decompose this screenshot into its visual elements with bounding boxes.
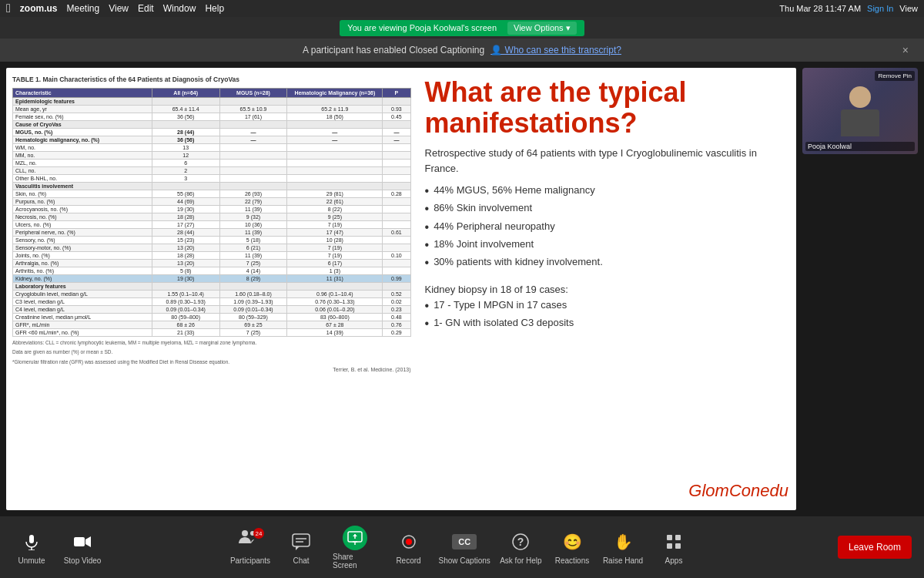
table-cell: 19 (30): [152, 206, 219, 213]
screen-share-text: You are viewing Pooja Koolwal's screen: [347, 23, 497, 32]
table-cell: C4 level, median g/L: [13, 306, 152, 314]
table-cell: 0.09 (0.01–0.34): [219, 306, 287, 314]
kidney-bullet-item: 1- GN with isolated C3 deposits: [425, 316, 788, 331]
ask-for-help-label: Ask for Help: [500, 556, 541, 565]
menu-item-meeting[interactable]: Meeting: [67, 3, 100, 14]
table-cell: Peripheral nerve, no. (%): [13, 229, 152, 237]
th-p: P: [383, 89, 410, 98]
table-cell: 4 (14): [219, 267, 287, 275]
menu-bar:  zoom.us Meeting View Edit Window Help …: [0, 0, 924, 17]
apps-button[interactable]: Apps: [654, 529, 693, 565]
table-cell: 13: [152, 144, 219, 152]
table-cell: [383, 152, 410, 160]
svg-rect-0: [29, 535, 34, 543]
menu-item-help[interactable]: Help: [205, 3, 224, 14]
record-button[interactable]: Record: [390, 529, 428, 565]
sign-in-link[interactable]: Sign In: [867, 4, 893, 13]
table-cell: 11 (39): [219, 206, 287, 213]
speaker-label: Pooja Koolwal: [805, 142, 915, 151]
bullet-item: 44% Peripheral neuropathy: [425, 220, 788, 234]
table-cell: 0.61: [383, 229, 410, 237]
table-cell: Hematologic malignancy, no. (%): [13, 136, 152, 144]
table-cell: Necrosis, no. (%): [13, 213, 152, 221]
table-cell: [287, 121, 383, 129]
apple-menu[interactable]: : [6, 2, 11, 15]
table-cell: 36 (56): [152, 136, 219, 144]
chat-icon: [289, 529, 313, 554]
th-mgus: MGUS (n=28): [219, 89, 287, 98]
who-can-see-link[interactable]: 👤 Who can see this transcript?: [490, 45, 621, 55]
table-cell: 29 (81): [287, 190, 383, 198]
table-cell: 0.99: [383, 275, 410, 283]
app-name[interactable]: zoom.us: [20, 3, 58, 14]
speaker-panel: Remove Pin Pooja Koolwal: [802, 68, 918, 510]
table-cell: [383, 237, 410, 244]
chat-button[interactable]: Chat: [282, 529, 320, 565]
table-cell: 26 (93): [219, 190, 287, 198]
stop-video-button[interactable]: Stop Video: [63, 529, 102, 565]
remove-pin-button[interactable]: Remove Pin: [875, 71, 915, 81]
table-cell: 65.4 ± 11.4: [152, 106, 219, 113]
table-cell: [383, 283, 410, 291]
table-cell: 18 (50): [287, 113, 383, 121]
svg-rect-23: [675, 543, 681, 549]
glomcon-logo: GlomConedu: [425, 481, 788, 501]
menu-item-window[interactable]: Window: [163, 3, 196, 14]
svg-rect-7: [293, 534, 310, 546]
table-cell: —: [383, 136, 410, 144]
table-cell: WM, no.: [13, 144, 152, 152]
table-cell: 0.02: [383, 298, 410, 306]
raise-hand-button[interactable]: ✋ Raise Hand: [604, 529, 642, 565]
cc-message: A participant has enabled Closed Caption…: [303, 45, 484, 55]
table-cell: Female sex, no. (%): [13, 113, 152, 121]
table-cell: 7 (19): [287, 221, 383, 229]
bottom-toolbar: Unmute Stop Video 24 Pa: [0, 516, 924, 578]
table-cell: [219, 183, 287, 190]
svg-text:?: ?: [517, 536, 524, 548]
table-cell: 80 (59–800): [152, 314, 219, 321]
person-head: [849, 86, 871, 108]
unmute-label: Unmute: [18, 556, 45, 565]
table-cell: Purpura, no. (%): [13, 198, 152, 206]
unmute-button[interactable]: Unmute: [12, 529, 51, 565]
slide-area: TABLE 1. Main Characteristics of the 64 …: [6, 68, 796, 510]
table-cell: 55 (86): [152, 190, 219, 198]
table-cell: [287, 152, 383, 160]
table-cell: [152, 283, 219, 291]
table-cell: 10 (28): [287, 237, 383, 244]
view-link[interactable]: View: [899, 4, 918, 13]
view-options-button[interactable]: View Options ▾: [507, 22, 577, 35]
reactions-icon: 😊: [560, 529, 584, 554]
show-captions-button[interactable]: CC Show Captions: [440, 529, 489, 565]
footnote-1: Abbreviations: CLL = chronic lymphocytic…: [12, 340, 411, 346]
table-cell: [383, 244, 410, 252]
table-cell: [287, 283, 383, 291]
menu-item-edit[interactable]: Edit: [138, 3, 154, 14]
participants-button[interactable]: 24 Participants: [231, 529, 270, 565]
table-cell: [152, 183, 219, 190]
svg-marker-4: [85, 536, 91, 547]
table-cell: 2: [152, 167, 219, 175]
leave-room-button[interactable]: Leave Room: [838, 536, 912, 559]
table-cell: 7 (25): [219, 329, 287, 337]
table-cell: 13 (20): [152, 260, 219, 267]
cc-toolbar-icon: CC: [452, 529, 477, 554]
table-cell: Vasculitis involvement: [13, 183, 152, 190]
stop-video-label: Stop Video: [64, 556, 102, 565]
table-cell: 36 (56): [152, 113, 219, 121]
table-cell: [383, 206, 410, 213]
table-cell: 7 (25): [219, 260, 287, 267]
table-cell: 9 (32): [219, 213, 287, 221]
table-cell: 1.55 (0.1–10.4): [152, 291, 219, 298]
table-cell: [383, 121, 410, 129]
table-cell: Joints, no. (%): [13, 252, 152, 260]
reactions-button[interactable]: 😊 Reactions: [553, 529, 591, 565]
toolbar-center: 24 Participants Chat: [231, 526, 693, 570]
ask-for-help-button[interactable]: ? Ask for Help: [501, 529, 541, 565]
share-screen-button[interactable]: Share Screen: [333, 526, 377, 570]
menu-item-view[interactable]: View: [109, 3, 129, 14]
table-cell: 0.48: [383, 314, 410, 321]
cc-close-button[interactable]: ×: [902, 44, 909, 56]
table-cell: Kidney, no. (%): [13, 275, 152, 283]
table-cell: 68 ± 26: [152, 321, 219, 329]
